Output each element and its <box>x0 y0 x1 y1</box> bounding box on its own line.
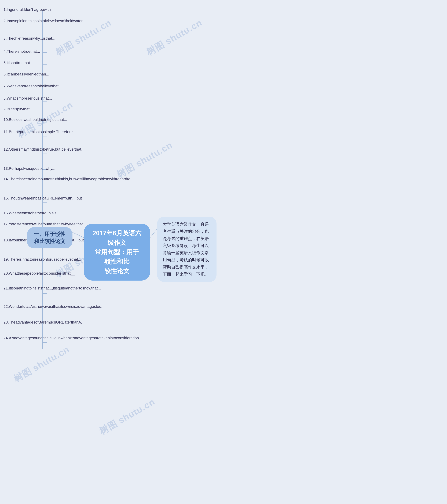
list-item-11: 11.Buttheproblemisntsosimple.Therefore..… <box>3 129 58 135</box>
list-item-3: 3.Thechiefreasonwhy...isthat... <box>3 36 58 41</box>
list-item-19: 19.Thereisinfactonreasonforussobelieveth… <box>3 257 58 262</box>
category-node: 一、用于驳性和比较性论文 <box>27 227 72 248</box>
list-item-12: 12.Othersmayfindthistobetrue,butIbelieve… <box>3 147 58 152</box>
list-item-15: 15.ThoughweareinbasicaGREementwith...,bu… <box>3 196 58 201</box>
list-item-20: 20.Whatthesepeoplefailtoconsideristhat__ <box>3 271 58 276</box>
description-node: 大学英语六级作文一直是考生重点关注的部分，也是考试的重难点，在英语六级备考阶段，… <box>157 217 217 282</box>
svg-line-1 <box>150 229 157 238</box>
center-node: 2017年6月英语六级作文 常用句型：用于驳性和比 较性论文 <box>84 224 150 281</box>
list-item-2: 2.Inmyopinion,thispointofviewdoesn'thold… <box>3 18 58 24</box>
list-item-24: 24.A'sadvantagesoundsridiculouswhenB'sad… <box>3 335 58 341</box>
connector-lines <box>0 0 447 504</box>
list-item-16: 16.Whatseemstobethetroubleis... <box>3 211 58 216</box>
list-item-7: 7.Wehavenoreasontobelievethat... <box>3 84 58 89</box>
watermark-2: 树图 shutu.cn <box>144 17 204 58</box>
list-item-21: 21.Itisonethingtoinsiststhat...,itisquit… <box>3 286 58 291</box>
list-item-5: 5.Itisnottruethat... <box>3 60 58 66</box>
svg-line-0 <box>72 232 84 238</box>
list-item-13: 13.PerhapsIwasquestionwhy... <box>3 166 58 171</box>
list-item-17: 17.Yetdifferenceswillbefound,that'swhyIf… <box>3 221 58 227</box>
list-item-14: 14.Thereisacertainamountoftruthinthis,bu… <box>3 177 58 182</box>
list-item-6: 6.Itcanbeasilydeniedthan... <box>3 72 58 77</box>
list-item-4: 4.Thereisnotruethat... <box>3 49 58 54</box>
list-item-8: 8.Whatismoreseriousisthat... <box>3 96 58 101</box>
list-item-10: 10.Besides,weshouldnotneglectthat... <box>3 117 58 123</box>
watermark-4: 树图 shutu.cn <box>115 139 175 181</box>
list-item-1: 1.Ingeneral,Idon't agreewith <box>3 7 58 12</box>
watermark-7: 树图 shutu.cn <box>97 396 157 437</box>
list-item-23: 23.TheadvantagesofBaremúchGREaterthanA. <box>3 320 58 325</box>
list-item-9: 9.Butitispitythat... <box>3 107 58 112</box>
list-item-22: 22.WonderfulasAis,however,ithasitsowndis… <box>3 304 58 309</box>
main-canvas: 树图 shutu.cn 树图 shutu.cn 树图 shutu.cn 树图 s… <box>0 0 447 504</box>
watermark-6: 树图 shutu.cn <box>12 343 72 385</box>
